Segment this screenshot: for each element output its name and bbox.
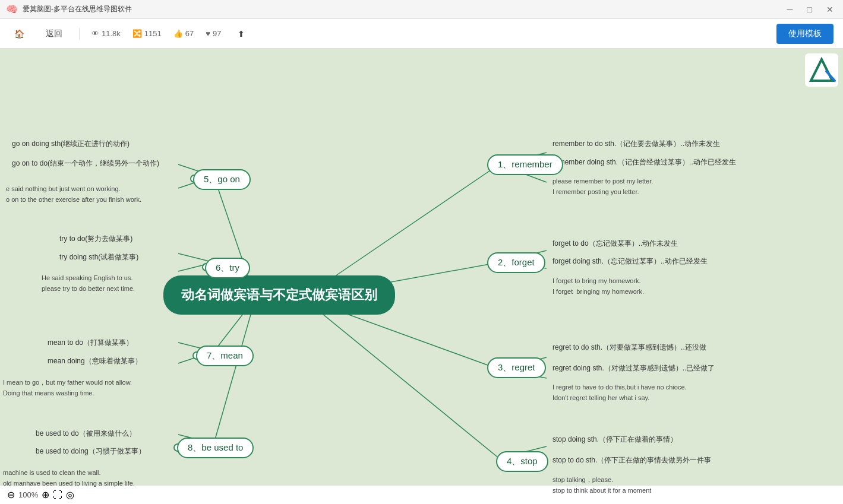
minimize-button[interactable]: ─ [784, 4, 797, 15]
forget-item-2: forget doing sth.（忘记做过某事）..动作已经发生 [552, 256, 708, 267]
forks-count: 1151 [144, 29, 162, 38]
views-count: 11.8k [102, 29, 121, 38]
forget-item-1: forget to do（忘记做某事）..动作未发生 [552, 239, 678, 249]
regret-example: I regret to have to do this,but i have n… [552, 382, 687, 403]
forget-example: I forget to bring my homework.I forget b… [552, 276, 644, 297]
app-title: 爱莫脑图-多平台在线思维导图软件 [23, 4, 132, 14]
go-on-item-1: go on doing sth(继续正在进行的动作) [12, 139, 130, 149]
use-template-button[interactable]: 使用模板 [776, 24, 833, 44]
try-item-1: try to do(努力去做某事) [59, 234, 132, 244]
svg-line-22 [303, 298, 499, 458]
go-on-item-2: go on to do(结束一个动作，继续另外一个动作) [12, 159, 159, 169]
center-title: 动名词做宾语与不定式做宾语区别 [181, 287, 377, 302]
svg-line-9 [214, 298, 255, 443]
maximize-button[interactable]: □ [804, 4, 816, 15]
zoom-out-button[interactable]: ⊖ [7, 489, 15, 500]
branch-try: 6、try [205, 258, 250, 278]
remember-example: please remember to post my letter.I reme… [552, 176, 653, 197]
app-icon: 🧠 [6, 4, 18, 15]
share-button[interactable]: ⬆ [233, 27, 250, 41]
home-button[interactable]: 🏠 [10, 27, 29, 41]
branch-regret: 3、regret [487, 357, 546, 378]
fork-icon: 🔀 [132, 29, 142, 38]
share-icon: ⬆ [238, 29, 245, 39]
remember-item-1: remember to do sth.（记住要去做某事）..动作未发生 [552, 139, 720, 149]
try-example: He said speaking English to us.please tr… [42, 273, 135, 294]
stop-item-2: stop to do sth.（停下正在做的事情去做另外一件事 [552, 455, 711, 465]
back-button[interactable]: 返回 [41, 26, 67, 42]
fullscreen-button[interactable]: ⛶ [53, 490, 62, 500]
likes-stat: 👍 67 [173, 29, 194, 38]
mindmap-canvas: 动名词做宾语与不定式做宾语区别 5、go on go on doing sth(… [0, 49, 843, 504]
home-icon: 🏠 [14, 29, 24, 39]
zoom-controls: ⊖ 100% ⊕ ⛶ ◎ [7, 489, 74, 500]
likes-count: 67 [185, 29, 194, 38]
be-used-to-example: machine is used to clean the wall.old ma… [3, 468, 135, 489]
view-button[interactable]: ◎ [66, 489, 74, 500]
zoom-level: 100% [18, 490, 38, 499]
branch-be-used-to: 8、be used to [177, 438, 254, 458]
forks-stat: 🔀 1151 [132, 29, 162, 38]
mean-example: I mean to go，but my father would not all… [3, 378, 132, 398]
logo-watermark [805, 53, 838, 89]
stop-example: stop talking，please.stop to think about … [552, 475, 651, 496]
branch-forget: 2、forget [487, 252, 545, 273]
separator-1 [79, 28, 80, 40]
regret-item-2: regret doing sth.（对做过某事感到遗憾）..已经做了 [552, 363, 715, 373]
toolbar: 🏠 返回 👁 11.8k 🔀 1151 👍 67 ♥ 97 ⬆ 使用模板 [0, 19, 843, 49]
mean-item-1: mean to do（打算做某事） [48, 338, 133, 348]
center-node: 动名词做宾语与不定式做宾语区别 [163, 275, 395, 315]
try-item-2: try doing sth(试着做某事) [59, 252, 138, 262]
title-bar: 🧠 爱莫脑图-多平台在线思维导图软件 ─ □ ✕ [0, 0, 843, 19]
title-bar-left: 🧠 爱莫脑图-多平台在线思维导图软件 [6, 4, 132, 15]
remember-item-2: remember doing sth.（记住曾经做过某事）..动作已经发生 [552, 157, 736, 167]
branch-go-on: 5、go on [193, 169, 251, 190]
eye-icon: 👁 [91, 29, 99, 38]
favorites-stat: ♥ 97 [206, 29, 221, 38]
window-controls: ─ □ ✕ [784, 4, 837, 15]
zoom-in-button[interactable]: ⊕ [42, 489, 49, 500]
favorites-count: 97 [213, 29, 221, 38]
branch-remember: 1、remember [487, 154, 563, 175]
like-icon: 👍 [173, 29, 183, 38]
close-button[interactable]: ✕ [823, 4, 837, 15]
go-on-example: e said nothing but just went on working.… [6, 184, 141, 205]
branch-stop: 4、stop [496, 451, 548, 472]
be-used-to-item-1: be used to do（被用来做什么） [36, 429, 136, 439]
mean-item-2: mean doing（意味着做某事） [48, 356, 142, 366]
views-stat: 👁 11.8k [91, 29, 121, 38]
stop-item-1: stop doing sth.（停下正在做着的事情） [552, 435, 677, 445]
back-label: 返回 [46, 28, 62, 39]
regret-item-1: regret to do sth.（对要做某事感到遗憾）..还没做 [552, 343, 706, 353]
branch-mean: 7、mean [196, 345, 254, 366]
heart-icon: ♥ [206, 29, 210, 38]
be-used-to-item-2: be used to doing（习惯于做某事） [36, 446, 146, 457]
